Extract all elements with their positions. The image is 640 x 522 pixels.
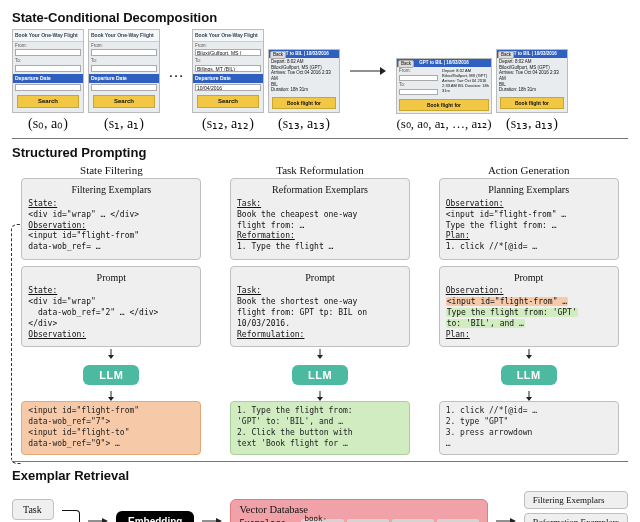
embedding-block: Embedding [116, 511, 194, 522]
arrow-down-icon [106, 349, 116, 361]
to-field: Billings, MT (BIL) [195, 65, 261, 72]
reformation-exemplar-card: Reformation Exemplars Task: Book the che… [230, 178, 410, 259]
from-field [91, 49, 157, 56]
card-title: Filtering Exemplars [28, 183, 194, 197]
from-label: From: [399, 68, 438, 74]
output-exemplars: Filtering Exemplars Reformation Exemplar… [524, 491, 628, 522]
decomposition-row: Book Your One-Way Flight From: To: Depar… [12, 29, 628, 132]
col-title: State Filtering [80, 164, 143, 176]
output-box: Reformation Exemplars [524, 513, 628, 522]
vector-database-box: Vector Database Exemplars book-flight Em… [230, 499, 487, 522]
section-2-title: Structured Prompting [12, 145, 628, 160]
from-field: Biloxi/Gulfport, MS ( [195, 49, 261, 56]
llm-block: LLM [83, 365, 139, 385]
itinerary-text: Depart: 8:02 AM Biloxi/Gulfport, MS (GPT… [269, 58, 339, 94]
state-collapsed-group: GPT to BIL | 10/03/2016 Back From: To: D… [396, 58, 492, 132]
flight-results: GPT to BIL | 10/03/2016 Back From: To: D… [396, 58, 492, 114]
flight-form-filled: Book Your One-Way Flight From: Biloxi/Gu… [192, 29, 264, 113]
from-label: From: [89, 42, 159, 49]
sa-label-1: (s₁, a₁) [88, 115, 160, 132]
dep-header: Departure Date [13, 74, 83, 83]
to-label: To: [13, 57, 83, 64]
back-button: Back [498, 51, 514, 59]
arrow-right-icon [88, 516, 108, 522]
card-title: Reformation Exemplars [237, 183, 403, 197]
llm-block: LLM [292, 365, 348, 385]
planning-result: 1. click //*[@id= … 2. type "GPT" 3. pre… [439, 401, 619, 454]
form-title: Book Your One-Way Flight [13, 30, 83, 42]
state-13b-group: GPT to BIL | 10/03/2016 Back Depart: 8:0… [496, 49, 568, 132]
to-field [399, 89, 438, 95]
itinerary-text: Depart: 8:02 AM Biloxi/Gulfport, MS (GPT… [497, 58, 567, 94]
arrow-right-icon [344, 65, 392, 97]
itinerary-text: Depart: 8:02 AM Biloxi/Gulfport, MS (GPT… [440, 67, 491, 97]
search-button: Search [17, 95, 79, 109]
card-title: Prompt [237, 271, 403, 285]
col-task-reformulation: Task Reformulation Reformation Exemplars… [221, 164, 420, 454]
svg-marker-7 [317, 355, 323, 359]
reformation-prompt-card: Prompt Task: Book the shortest one-way f… [230, 266, 410, 347]
filtering-result: <input id="flight-from" data-wob_ref="7"… [21, 401, 201, 454]
reformation-result: 1. Type the flight from: 'GPT' to: 'BIL'… [230, 401, 410, 454]
join-lines [62, 510, 80, 522]
filtering-prompt-card: Prompt State: <div id="wrap" data-wob_re… [21, 266, 201, 347]
arrow-down-icon [524, 349, 534, 361]
to-label: To: [399, 82, 438, 88]
flight-results: GPT to BIL | 10/03/2016 Back Depart: 8:0… [268, 49, 340, 113]
task-box: Task [12, 499, 54, 520]
ellipsis: … [164, 63, 188, 99]
date-field [15, 84, 81, 91]
col-title: Task Reformulation [276, 164, 364, 176]
svg-marker-17 [216, 518, 222, 522]
task-state-stack: Task State [12, 499, 54, 522]
section-3-title: Exemplar Retrieval [12, 468, 628, 483]
output-box: Filtering Exemplars [524, 491, 628, 509]
dashed-connector [11, 224, 21, 464]
structured-prompting-columns: State Filtering Filtering Exemplars Stat… [12, 164, 628, 454]
vdb-title: Vector Database [239, 504, 478, 515]
card-title: Planning Exemplars [446, 183, 612, 197]
state-13-group: GPT to BIL | 10/03/2016 Back Depart: 8:0… [268, 49, 340, 132]
book-button: Book flight for [399, 99, 489, 112]
planning-prompt-card: Prompt Observation: <input id="flight-fr… [439, 266, 619, 347]
back-button: Back [270, 51, 286, 59]
vdb-row-label: Exemplars [239, 518, 295, 522]
sa-label-13b: (s₁₃, a₁₃) [496, 115, 568, 132]
svg-marker-1 [380, 67, 386, 75]
svg-marker-11 [526, 355, 532, 359]
from-label: From: [13, 42, 83, 49]
divider [12, 461, 628, 462]
to-label: To: [193, 57, 263, 64]
svg-marker-19 [510, 518, 516, 522]
section-1-title: State-Conditional Decomposition [12, 10, 628, 25]
sa-label-collapsed: (s₀, a₀, a₁, …, a₁₂) [396, 116, 492, 132]
col-title: Action Generation [488, 164, 570, 176]
arrow-right-icon [202, 516, 222, 522]
form-title: Book Your One-Way Flight [193, 30, 263, 42]
to-field [15, 65, 81, 72]
divider [12, 138, 628, 139]
filtering-exemplar-card: Filtering Exemplars State: <div id="wrap… [21, 178, 201, 259]
date-field: 10/04/2016 [195, 84, 261, 91]
exemplar-retrieval-row: Task State Embedding Vector Database Exe… [12, 487, 628, 522]
to-label: To: [89, 57, 159, 64]
arrow-right-icon [496, 516, 516, 522]
state-12-group: Book Your One-Way Flight From: Biloxi/Gu… [192, 29, 264, 132]
state-0-group: Book Your One-Way Flight From: To: Depar… [12, 29, 84, 132]
book-button: Book flight for [272, 97, 336, 110]
dep-header: Departure Date [89, 74, 159, 83]
flight-form-blank: Book Your One-Way Flight From: To: Depar… [12, 29, 84, 113]
search-button: Search [197, 95, 259, 109]
svg-marker-3 [108, 355, 114, 359]
date-field [91, 84, 157, 91]
planning-exemplar-card: Planning Exemplars Observation: <input i… [439, 178, 619, 259]
from-label: From: [193, 42, 263, 49]
svg-marker-15 [102, 518, 108, 522]
col-state-filtering: State Filtering Filtering Exemplars Stat… [12, 164, 211, 454]
state-1-group: Book Your One-Way Flight From: To: Depar… [88, 29, 160, 132]
from-field [15, 49, 81, 56]
back-button: Back [398, 60, 414, 68]
card-title: Prompt [28, 271, 194, 285]
to-field [91, 65, 157, 72]
search-button: Search [93, 95, 155, 109]
